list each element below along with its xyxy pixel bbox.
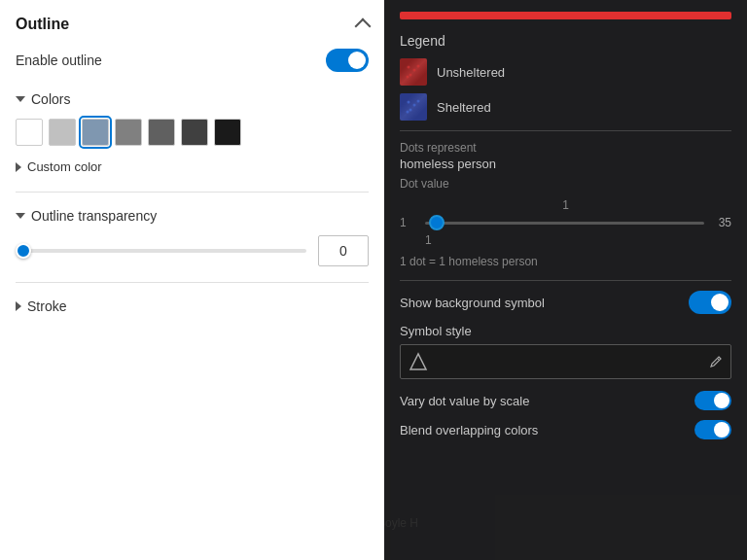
dot-current-label: 1 — [425, 233, 731, 247]
vary-dot-label: Vary dot value by scale — [400, 394, 529, 408]
blend-overlapping-label: Blend overlapping colors — [400, 423, 538, 438]
right-panel: Legend Unsheltered Shelte — [384, 0, 747, 560]
svg-point-44 — [417, 100, 420, 103]
legend-label-unsheltered: Unsheltered — [437, 65, 505, 80]
svg-point-39 — [407, 76, 409, 79]
enable-outline-toggle[interactable] — [326, 49, 369, 72]
transparency-title: Outline transparency — [31, 208, 157, 224]
show-background-row: Show background symbol — [400, 291, 731, 314]
transparency-slider-row: 0 — [16, 235, 369, 266]
svg-point-36 — [413, 69, 416, 72]
stroke-label: Stroke — [27, 298, 66, 314]
svg-point-41 — [408, 101, 410, 104]
transparency-slider-track[interactable] — [16, 249, 306, 253]
dot-value-label: Dot value — [400, 177, 731, 191]
legend-item-unsheltered: Unsheltered — [400, 58, 731, 86]
dots-represent-label: Dots represent — [400, 141, 731, 155]
swatch-near-black[interactable] — [214, 119, 241, 146]
transparency-subsection: Outline transparency 0 — [16, 208, 369, 266]
swatch-light-gray[interactable] — [49, 119, 76, 146]
svg-point-38 — [417, 65, 420, 68]
divider-2 — [16, 282, 369, 283]
svg-point-42 — [413, 104, 416, 107]
svg-marker-46 — [410, 354, 426, 369]
show-background-label: Show background symbol — [400, 296, 545, 310]
dot-top-label: 1 — [400, 198, 731, 212]
symbol-style-label: Symbol style — [400, 324, 731, 338]
enable-outline-row: Enable outline — [16, 49, 369, 72]
symbol-style-box[interactable] — [400, 344, 731, 379]
symbol-style-row: Symbol style — [400, 324, 731, 379]
stroke-chevron-icon — [16, 301, 21, 311]
transparency-chevron-icon — [16, 213, 25, 219]
divider-1 — [16, 192, 369, 192]
right-divider-1 — [400, 130, 731, 131]
svg-point-43 — [409, 109, 412, 112]
blend-overlapping-row: Blend overlapping colors — [400, 420, 731, 439]
left-panel: Outline Enable outline Colors Custom col… — [0, 0, 384, 560]
custom-color-chevron-icon — [16, 162, 21, 172]
dot-slider-thumb[interactable] — [429, 215, 445, 230]
collapse-outline-icon[interactable] — [355, 18, 372, 35]
dot-slider-track[interactable] — [425, 222, 704, 225]
vary-dot-row: Vary dot value by scale — [400, 391, 731, 410]
svg-point-37 — [409, 74, 412, 77]
red-bar — [400, 12, 731, 19]
legend-icon-sheltered — [400, 93, 427, 121]
legend-label-sheltered: Sheltered — [437, 100, 491, 115]
legend-icon-unsheltered — [400, 58, 427, 86]
custom-color-label: Custom color — [27, 159, 102, 174]
outline-section-header: Outline — [16, 16, 369, 33]
svg-line-47 — [718, 359, 720, 361]
right-divider-2 — [400, 280, 731, 281]
swatch-darker-gray[interactable] — [181, 119, 208, 146]
vary-dot-toggle[interactable] — [694, 391, 731, 410]
swatch-medium-blue-gray[interactable] — [82, 119, 109, 146]
enable-outline-label: Enable outline — [16, 52, 102, 68]
dots-represent-value: homeless person — [400, 157, 731, 171]
swatch-medium-gray[interactable] — [115, 119, 142, 146]
swatch-white[interactable] — [16, 119, 43, 146]
dot-slider-row: 1 35 — [400, 216, 731, 229]
dot-equation: 1 dot = 1 homeless person — [400, 255, 731, 268]
dot-min-label: 1 — [400, 216, 417, 229]
color-swatches-container — [16, 119, 369, 146]
dot-max-label: 35 — [712, 216, 731, 229]
outline-title: Outline — [16, 16, 69, 33]
colors-title: Colors — [31, 91, 70, 107]
svg-point-45 — [407, 111, 409, 114]
legend-title: Legend — [400, 33, 731, 49]
symbol-shape-icon — [409, 352, 428, 371]
colors-header[interactable]: Colors — [16, 91, 369, 107]
legend-item-sheltered: Sheltered — [400, 93, 731, 121]
svg-point-35 — [408, 66, 410, 69]
edit-symbol-icon — [709, 355, 723, 368]
colors-chevron-icon — [16, 96, 25, 102]
transparency-value-box[interactable]: 0 — [318, 235, 369, 266]
blend-overlapping-toggle[interactable] — [694, 420, 731, 439]
colors-subsection: Colors Custom color — [16, 91, 369, 176]
show-background-toggle[interactable] — [689, 291, 731, 314]
dot-value-section: 1 1 35 1 — [400, 198, 731, 247]
transparency-slider-thumb[interactable] — [16, 243, 31, 259]
stroke-row[interactable]: Stroke — [16, 298, 369, 314]
swatch-dark-gray[interactable] — [148, 119, 175, 146]
custom-color-row[interactable]: Custom color — [16, 158, 369, 176]
transparency-header[interactable]: Outline transparency — [16, 208, 369, 224]
